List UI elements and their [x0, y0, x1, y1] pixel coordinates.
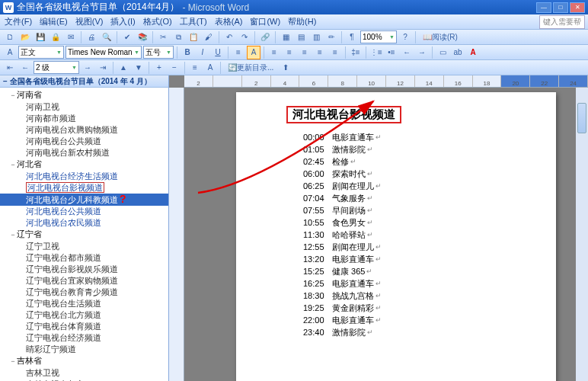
outline-node[interactable]: −河北省	[0, 158, 168, 171]
permission-icon[interactable]: 🔒	[49, 30, 62, 44]
research-icon[interactable]: 📚	[136, 30, 149, 44]
outline-node[interactable]: 辽宁电视台生活频道	[0, 298, 168, 309]
align-left-icon[interactable]: ≡	[267, 46, 281, 59]
char-border-icon[interactable]: A	[247, 46, 260, 59]
outline-node[interactable]: 河南卫视	[0, 101, 168, 113]
outline-node[interactable]: 河南都市频道	[0, 113, 168, 124]
copy-icon[interactable]: ⧉	[171, 30, 185, 44]
menu-file[interactable]: 文件(F)	[5, 16, 32, 27]
outline-level-combo[interactable]: 2 级▼	[34, 61, 79, 74]
outline-node[interactable]: 河北电视台经济生活频道	[0, 171, 168, 182]
update-toc-button[interactable]: 🔄 更新目录...	[224, 61, 277, 75]
outline-node[interactable]: 辽宁电视台经济频道	[0, 332, 168, 344]
fontcolor-icon[interactable]: A	[466, 46, 480, 59]
vertical-ruler[interactable]	[169, 88, 184, 381]
paste-icon[interactable]: 📋	[187, 30, 200, 44]
italic-icon[interactable]: I	[196, 46, 209, 59]
promote-icon[interactable]: ←	[18, 61, 32, 75]
menu-table[interactable]: 表格(A)	[215, 16, 243, 27]
scroll-thumb[interactable]	[577, 103, 586, 133]
help-icon[interactable]: ?	[398, 30, 412, 44]
outline-node[interactable]: −河南省	[0, 89, 168, 101]
menu-insert[interactable]: 插入(I)	[110, 16, 135, 27]
save-icon[interactable]: 💾	[34, 30, 47, 44]
menu-window[interactable]: 窗口(W)	[250, 16, 280, 27]
outdent-icon[interactable]: ←	[400, 46, 414, 59]
showfmt-icon[interactable]: A	[203, 61, 217, 75]
outline-node[interactable]: 辽宁电视台影视娱乐频道	[0, 264, 168, 275]
moveup-icon[interactable]: ▲	[117, 61, 130, 75]
preview-icon[interactable]: 🔍	[100, 30, 113, 44]
align-justify-icon[interactable]: ≡	[313, 46, 327, 59]
open-icon[interactable]: 📂	[18, 30, 32, 44]
fmtpainter-icon[interactable]: 🖌	[202, 30, 216, 44]
undo-icon[interactable]: ↶	[222, 30, 236, 44]
goto-toc-icon[interactable]: ⬆	[279, 61, 292, 75]
outline-node[interactable]: 河北电视台公共频道	[0, 206, 168, 217]
highlight-icon[interactable]: ab	[451, 46, 465, 59]
columns-icon[interactable]: ▥	[309, 30, 323, 44]
demote-body-icon[interactable]: ⇥	[96, 61, 110, 75]
align-center-icon[interactable]: ≡	[283, 46, 296, 59]
redo-icon[interactable]: ↷	[238, 30, 251, 44]
maximize-button[interactable]: □	[553, 2, 568, 13]
outline-node[interactable]: 辽宁卫视	[0, 241, 168, 252]
movedown-icon[interactable]: ▼	[132, 61, 145, 75]
outline-node[interactable]: 辽宁电视台宜家购物频道	[0, 275, 168, 287]
outline-node[interactable]: 辽宁电视台北方频道	[0, 309, 168, 321]
print-icon[interactable]: 🖨	[85, 30, 98, 44]
outline-node[interactable]: 河北电视台少儿科教频道?	[0, 194, 168, 206]
align-right-icon[interactable]: ≡	[298, 46, 312, 59]
outline-node[interactable]: 吉林卫视	[0, 367, 168, 379]
size-combo[interactable]: 五号▼	[143, 46, 174, 59]
excel-icon[interactable]: ▤	[294, 30, 308, 44]
menu-help[interactable]: 帮助(H)	[288, 16, 316, 27]
menu-format[interactable]: 格式(O)	[143, 16, 172, 27]
close-button[interactable]: ✕	[570, 2, 585, 13]
styles-icon[interactable]: A	[3, 46, 17, 59]
bullets-icon[interactable]: •≡	[385, 46, 398, 59]
underline-icon[interactable]: U	[211, 46, 225, 59]
outline-node[interactable]: 辽宁电视台教育青少频道	[0, 287, 168, 298]
document-page[interactable]: 河北电视台影视频道 00:00电影直通车↵01:05激情影院↵02:45检修↵0…	[236, 92, 556, 381]
collapse-icon[interactable]: −	[168, 61, 181, 75]
menu-view[interactable]: 视图(V)	[75, 16, 104, 27]
expand-icon[interactable]: +	[152, 61, 166, 75]
outline-node[interactable]: 河南电视台新农村频道	[0, 147, 168, 158]
outline-node[interactable]: −辽宁省	[0, 229, 168, 241]
horizontal-ruler[interactable]: 224681012141618202224	[184, 75, 588, 88]
indent-icon[interactable]: →	[415, 46, 429, 59]
outline-node[interactable]: 辽宁电视台都市频道	[0, 252, 168, 264]
style-combo[interactable]: 正文▼	[18, 46, 64, 59]
outline-node[interactable]: 辽宁电视台体育频道	[0, 321, 168, 332]
zoom-combo[interactable]: 100%▼	[360, 30, 397, 43]
cut-icon[interactable]: ✂	[156, 30, 170, 44]
outline-tree[interactable]: −河南省河南卫视河南都市频道河南电视台欢腾购物频道河南电视台公共频道河南电视台新…	[0, 88, 168, 381]
linespacing-icon[interactable]: ‡≡	[349, 46, 363, 59]
numbering-icon[interactable]: ⋮≡	[369, 46, 383, 59]
drawing-icon[interactable]: ✏	[324, 30, 338, 44]
minimize-button[interactable]: —	[536, 2, 551, 13]
align-group[interactable]: ≡	[232, 46, 245, 59]
bold-icon[interactable]: B	[181, 46, 194, 59]
outline-node[interactable]: 河北电视台影视频道	[0, 182, 168, 194]
align-dist-icon[interactable]: ≡	[328, 46, 342, 59]
demote-icon[interactable]: →	[81, 61, 94, 75]
promote-top-icon[interactable]: ⇤	[3, 61, 17, 75]
link-icon[interactable]: 🔗	[258, 30, 272, 44]
outline-node[interactable]: −吉林省	[0, 355, 168, 367]
outline-node[interactable]: 河南电视台公共频道	[0, 136, 168, 147]
new-icon[interactable]: 🗋	[3, 30, 17, 44]
tablegrid-icon[interactable]: ▦	[279, 30, 292, 44]
font-combo[interactable]: Times New Roman▼	[66, 46, 142, 59]
help-search-box[interactable]: 键入需要帮	[539, 15, 585, 29]
menu-tools[interactable]: 工具(T)	[180, 16, 207, 27]
menu-edit[interactable]: 编辑(E)	[40, 16, 68, 27]
showfirst-icon[interactable]: ≡	[188, 61, 202, 75]
mail-icon[interactable]: ✉	[64, 30, 78, 44]
outline-node[interactable]: 河南电视台欢腾购物频道	[0, 124, 168, 136]
read-button[interactable]: 📖 阅读(R)	[419, 30, 462, 44]
outline-node[interactable]: 河北电视台农民频道	[0, 217, 168, 229]
docmap-icon[interactable]: ¶	[345, 30, 359, 44]
border-icon[interactable]: ▭	[436, 46, 449, 59]
